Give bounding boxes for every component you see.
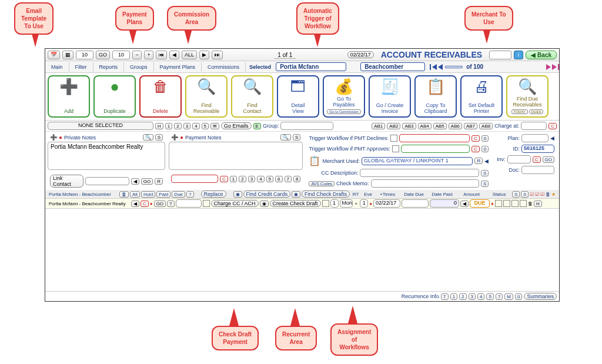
ri-5[interactable]: 5	[486, 293, 493, 300]
ab6-button[interactable]: AB6	[449, 123, 462, 129]
ri-4[interactable]: 4	[477, 293, 484, 300]
nav-prev-icon[interactable]	[437, 64, 444, 70]
prev-page-icon[interactable]: ◀	[169, 51, 179, 59]
help-icon[interactable]: ?	[186, 191, 193, 198]
ri-7[interactable]: 7	[496, 293, 503, 300]
doc-field[interactable]	[521, 166, 554, 174]
last-page-icon[interactable]: ⏭	[212, 51, 223, 59]
merchant-field[interactable]: GLOBAL GATEWAY / LINKPOINT 1	[362, 157, 473, 165]
date-field[interactable]: 02/22/17	[347, 51, 374, 58]
plus-value[interactable]: 1	[360, 199, 368, 208]
p6-button[interactable]: 6	[275, 176, 282, 182]
go-to-payables-button[interactable]: 💰 Go ToPayables Go to Commission	[323, 75, 365, 118]
delete-button[interactable]: 🗑 Delete	[139, 75, 182, 118]
help-icon[interactable]: ?	[167, 201, 174, 207]
search-input[interactable]	[489, 51, 511, 59]
trigger-approve-field[interactable]	[401, 145, 470, 153]
s-button[interactable]: S	[512, 191, 520, 198]
dues-button[interactable]: DUES	[529, 109, 544, 114]
p4-button[interactable]: 4	[257, 176, 264, 182]
nav-next-icon[interactable]	[545, 64, 552, 70]
filter-all-button[interactable]: All	[130, 191, 140, 198]
date-due-field[interactable]: 02/22/17	[373, 199, 400, 208]
tab-filter[interactable]: Filter	[69, 62, 93, 72]
today-button[interactable]: TODAY	[511, 109, 528, 114]
duplicate-button[interactable]: ● Duplicate	[93, 75, 136, 118]
plan-field[interactable]	[521, 134, 549, 142]
company-field[interactable]: Beachcomber	[360, 62, 425, 71]
pg5-button[interactable]: 5	[202, 123, 209, 129]
record-index-field[interactable]	[445, 66, 463, 68]
page-size-1[interactable]	[76, 51, 93, 59]
s-button[interactable]: S	[155, 134, 163, 141]
p7-button[interactable]: 7	[285, 176, 292, 182]
radio-icon[interactable]: ◉	[292, 191, 300, 198]
replace-button[interactable]: Replace	[201, 191, 226, 198]
ab2-button[interactable]: AB2	[387, 123, 400, 129]
check-icon[interactable]: ☑	[530, 192, 534, 197]
ab1-button[interactable]: AB1	[372, 123, 385, 129]
charge-cc-ach-button[interactable]: Charge CC / ACH	[211, 200, 259, 207]
h-button[interactable]: H	[534, 201, 542, 207]
s-button[interactable]: S	[481, 170, 489, 176]
pg1-button[interactable]: 1	[165, 123, 172, 129]
magnifier-icon[interactable]: 🔍	[143, 134, 153, 141]
find-due-receivables-button[interactable]: 🔍 Find DueReceivables TODAY DUES	[506, 75, 549, 118]
left-arrow-icon[interactable]: ◀	[131, 201, 139, 207]
c-button[interactable]: C	[471, 146, 480, 152]
first-page-icon[interactable]: ⏮	[156, 51, 167, 59]
minus-button[interactable]: −	[132, 51, 142, 59]
add-note-icon[interactable]: ➕	[50, 134, 57, 141]
check-icon[interactable]: ☑	[535, 192, 539, 197]
none-selected-field[interactable]: NONE SELECTED	[48, 122, 153, 130]
row-cb2[interactable]	[503, 200, 510, 207]
trigger-decline-field[interactable]	[399, 134, 470, 142]
trash-icon[interactable]: 🗑	[528, 201, 533, 206]
pg2-button[interactable]: 2	[174, 123, 181, 129]
left-arrow-icon[interactable]: ◀	[460, 201, 469, 207]
rt-checkbox[interactable]	[322, 200, 329, 207]
check-icon[interactable]: ☑	[540, 192, 544, 197]
find-credit-cards-button[interactable]: Find Credit Cards	[243, 191, 291, 198]
ri-2[interactable]: 2	[459, 293, 466, 300]
group-field[interactable]	[280, 122, 333, 130]
pg4-button[interactable]: 4	[192, 123, 199, 129]
go-button[interactable]: GO	[141, 178, 153, 185]
h-button[interactable]: H	[155, 123, 163, 129]
copy-clipboard-button[interactable]: 📋 Copy ToClipboard	[414, 75, 457, 118]
ri-3[interactable]: 3	[469, 293, 476, 300]
go-button-1[interactable]: GO	[96, 51, 110, 59]
info-icon[interactable]: i	[514, 51, 523, 59]
c-button[interactable]: C	[141, 201, 149, 207]
check-memo-field[interactable]	[371, 179, 479, 188]
row-cb3[interactable]	[511, 200, 519, 207]
p8-button[interactable]: 8	[293, 176, 300, 182]
go-to-commission-link[interactable]: Go to Commission	[327, 109, 360, 114]
ri-1[interactable]: 1	[450, 293, 457, 300]
find-contact-button[interactable]: 🔍 FindContact	[231, 75, 273, 118]
c-button[interactable]: C	[220, 176, 228, 182]
create-check-draft-button[interactable]: Create Check Draft	[270, 200, 321, 207]
row-checkbox[interactable]	[203, 200, 210, 207]
unit-field[interactable]: Mon	[340, 199, 353, 208]
ab7-button[interactable]: AB7	[464, 123, 477, 129]
page-size-2[interactable]	[112, 51, 130, 59]
left-arrow-icon[interactable]: ◀	[484, 158, 489, 164]
ri-t[interactable]: T	[441, 293, 449, 300]
r-button[interactable]: R	[155, 178, 163, 185]
payment-notes-box[interactable]	[169, 142, 303, 170]
go-button[interactable]: GO	[154, 201, 166, 207]
e-badge[interactable]: E	[253, 123, 261, 129]
c-button[interactable]: C	[533, 156, 541, 163]
go-button[interactable]: GO	[543, 156, 554, 163]
summaries-button[interactable]: Summaries	[524, 293, 557, 300]
calendar-icon[interactable]: 📅	[48, 51, 60, 59]
p3-button[interactable]: 3	[248, 176, 255, 182]
envelope-icon[interactable]: ✉	[210, 123, 219, 129]
set-printer-button[interactable]: 🖨 Set DefaultPrinter	[460, 75, 503, 118]
filter-paid-button[interactable]: Paid	[156, 191, 170, 198]
payment-note-field[interactable]	[171, 175, 218, 183]
add-button[interactable]: ➕ Add	[48, 75, 90, 118]
trash-icon[interactable]: 🗑	[119, 191, 129, 198]
trigger-decline-checkbox[interactable]	[390, 135, 397, 142]
